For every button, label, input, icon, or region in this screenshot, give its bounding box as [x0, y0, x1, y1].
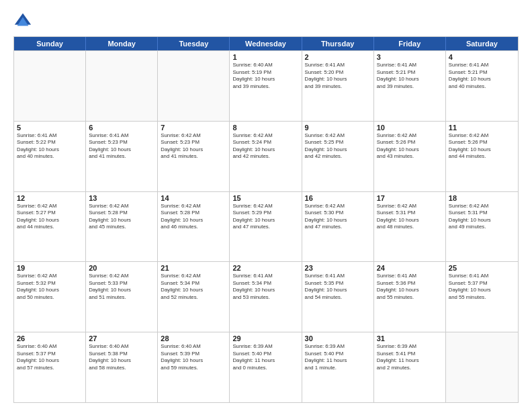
day-cell-13: 13Sunrise: 6:42 AM Sunset: 5:28 PM Dayli…: [86, 192, 158, 262]
calendar-body: 1Sunrise: 6:40 AM Sunset: 5:19 PM Daylig…: [14, 50, 518, 402]
day-cell-25: 25Sunrise: 6:41 AM Sunset: 5:37 PM Dayli…: [446, 262, 518, 332]
week-row-1: 1Sunrise: 6:40 AM Sunset: 5:19 PM Daylig…: [14, 50, 518, 121]
header-day-monday: Monday: [86, 37, 158, 50]
day-info: Sunrise: 6:42 AM Sunset: 5:24 PM Dayligh…: [232, 132, 298, 161]
week-row-5: 26Sunrise: 6:40 AM Sunset: 5:37 PM Dayli…: [14, 332, 518, 402]
day-info: Sunrise: 6:41 AM Sunset: 5:37 PM Dayligh…: [449, 273, 515, 301]
day-number: 7: [161, 124, 226, 132]
day-number: 16: [305, 194, 371, 202]
header-day-wednesday: Wednesday: [230, 37, 302, 50]
day-number: 5: [17, 124, 83, 132]
day-info: Sunrise: 6:41 AM Sunset: 5:21 PM Dayligh…: [377, 62, 443, 90]
day-cell-30: 30Sunrise: 6:39 AM Sunset: 5:40 PM Dayli…: [302, 332, 374, 402]
day-number: 26: [17, 334, 83, 342]
day-number: 1: [232, 53, 298, 61]
header-day-friday: Friday: [374, 37, 446, 50]
day-cell-7: 7Sunrise: 6:42 AM Sunset: 5:23 PM Daylig…: [158, 122, 230, 191]
header-day-sunday: Sunday: [14, 37, 86, 50]
day-info: Sunrise: 6:42 AM Sunset: 5:27 PM Dayligh…: [17, 203, 83, 231]
logo: [13, 12, 35, 31]
day-cell-5: 5Sunrise: 6:41 AM Sunset: 5:22 PM Daylig…: [14, 122, 86, 191]
day-info: Sunrise: 6:42 AM Sunset: 5:31 PM Dayligh…: [449, 203, 515, 231]
day-info: Sunrise: 6:40 AM Sunset: 5:39 PM Dayligh…: [161, 343, 226, 371]
empty-cell: [86, 51, 158, 121]
day-cell-24: 24Sunrise: 6:41 AM Sunset: 5:36 PM Dayli…: [374, 262, 446, 332]
day-number: 8: [232, 124, 298, 132]
header-day-saturday: Saturday: [446, 37, 518, 50]
day-info: Sunrise: 6:41 AM Sunset: 5:36 PM Dayligh…: [377, 273, 443, 301]
logo-icon: [13, 12, 32, 31]
week-row-3: 12Sunrise: 6:42 AM Sunset: 5:27 PM Dayli…: [14, 191, 518, 262]
day-info: Sunrise: 6:41 AM Sunset: 5:35 PM Dayligh…: [305, 273, 371, 301]
day-number: 28: [161, 334, 226, 342]
empty-cell: [158, 51, 230, 121]
day-number: 15: [232, 194, 298, 202]
day-info: Sunrise: 6:41 AM Sunset: 5:23 PM Dayligh…: [89, 132, 154, 161]
day-cell-17: 17Sunrise: 6:42 AM Sunset: 5:31 PM Dayli…: [374, 192, 446, 262]
day-number: 21: [161, 264, 226, 272]
day-info: Sunrise: 6:39 AM Sunset: 5:40 PM Dayligh…: [232, 343, 298, 371]
header-day-tuesday: Tuesday: [158, 37, 230, 50]
day-number: 14: [161, 194, 226, 202]
day-info: Sunrise: 6:40 AM Sunset: 5:37 PM Dayligh…: [17, 343, 83, 371]
day-info: Sunrise: 6:42 AM Sunset: 5:34 PM Dayligh…: [161, 273, 226, 301]
day-number: 23: [305, 264, 371, 272]
day-cell-2: 2Sunrise: 6:41 AM Sunset: 5:20 PM Daylig…: [302, 51, 374, 121]
day-info: Sunrise: 6:42 AM Sunset: 5:32 PM Dayligh…: [17, 273, 83, 301]
day-cell-18: 18Sunrise: 6:42 AM Sunset: 5:31 PM Dayli…: [446, 192, 518, 262]
header: [13, 12, 519, 31]
day-cell-29: 29Sunrise: 6:39 AM Sunset: 5:40 PM Dayli…: [230, 332, 302, 402]
day-number: 29: [232, 334, 298, 342]
day-cell-27: 27Sunrise: 6:40 AM Sunset: 5:38 PM Dayli…: [86, 332, 158, 402]
day-number: 25: [449, 264, 515, 272]
day-number: 9: [305, 124, 371, 132]
day-cell-14: 14Sunrise: 6:42 AM Sunset: 5:28 PM Dayli…: [158, 192, 230, 262]
day-info: Sunrise: 6:41 AM Sunset: 5:21 PM Dayligh…: [449, 62, 515, 90]
calendar-header: SundayMondayTuesdayWednesdayThursdayFrid…: [14, 37, 518, 50]
day-info: Sunrise: 6:42 AM Sunset: 5:31 PM Dayligh…: [377, 203, 443, 231]
day-cell-28: 28Sunrise: 6:40 AM Sunset: 5:39 PM Dayli…: [158, 332, 230, 402]
day-number: 3: [377, 53, 443, 61]
day-info: Sunrise: 6:40 AM Sunset: 5:19 PM Dayligh…: [232, 62, 298, 90]
day-number: 12: [17, 194, 83, 202]
week-row-2: 5Sunrise: 6:41 AM Sunset: 5:22 PM Daylig…: [14, 121, 518, 191]
day-cell-8: 8Sunrise: 6:42 AM Sunset: 5:24 PM Daylig…: [230, 122, 302, 191]
page: SundayMondayTuesdayWednesdayThursdayFrid…: [0, 0, 532, 411]
day-number: 20: [89, 264, 154, 272]
day-number: 13: [89, 194, 154, 202]
header-day-thursday: Thursday: [302, 37, 374, 50]
day-info: Sunrise: 6:41 AM Sunset: 5:20 PM Dayligh…: [305, 62, 371, 90]
day-cell-23: 23Sunrise: 6:41 AM Sunset: 5:35 PM Dayli…: [302, 262, 374, 332]
week-row-4: 19Sunrise: 6:42 AM Sunset: 5:32 PM Dayli…: [14, 261, 518, 332]
day-number: 17: [377, 194, 443, 202]
day-info: Sunrise: 6:41 AM Sunset: 5:34 PM Dayligh…: [232, 273, 298, 301]
day-cell-12: 12Sunrise: 6:42 AM Sunset: 5:27 PM Dayli…: [14, 192, 86, 262]
day-info: Sunrise: 6:42 AM Sunset: 5:28 PM Dayligh…: [161, 203, 226, 231]
empty-cell: [14, 51, 86, 121]
empty-cell: [446, 332, 518, 402]
day-cell-4: 4Sunrise: 6:41 AM Sunset: 5:21 PM Daylig…: [446, 51, 518, 121]
day-info: Sunrise: 6:41 AM Sunset: 5:22 PM Dayligh…: [17, 132, 83, 161]
day-number: 10: [377, 124, 443, 132]
day-cell-31: 31Sunrise: 6:39 AM Sunset: 5:41 PM Dayli…: [374, 332, 446, 402]
day-cell-19: 19Sunrise: 6:42 AM Sunset: 5:32 PM Dayli…: [14, 262, 86, 332]
calendar: SundayMondayTuesdayWednesdayThursdayFrid…: [13, 36, 519, 403]
day-info: Sunrise: 6:42 AM Sunset: 5:28 PM Dayligh…: [89, 203, 154, 231]
day-cell-3: 3Sunrise: 6:41 AM Sunset: 5:21 PM Daylig…: [374, 51, 446, 121]
day-cell-21: 21Sunrise: 6:42 AM Sunset: 5:34 PM Dayli…: [158, 262, 230, 332]
day-number: 2: [305, 53, 371, 61]
day-info: Sunrise: 6:42 AM Sunset: 5:30 PM Dayligh…: [305, 203, 371, 231]
day-info: Sunrise: 6:42 AM Sunset: 5:26 PM Dayligh…: [449, 132, 515, 161]
day-cell-16: 16Sunrise: 6:42 AM Sunset: 5:30 PM Dayli…: [302, 192, 374, 262]
day-info: Sunrise: 6:39 AM Sunset: 5:40 PM Dayligh…: [305, 343, 371, 371]
day-number: 4: [449, 53, 515, 61]
day-cell-11: 11Sunrise: 6:42 AM Sunset: 5:26 PM Dayli…: [446, 122, 518, 191]
day-info: Sunrise: 6:42 AM Sunset: 5:33 PM Dayligh…: [89, 273, 154, 301]
day-info: Sunrise: 6:42 AM Sunset: 5:25 PM Dayligh…: [305, 132, 371, 161]
day-info: Sunrise: 6:42 AM Sunset: 5:23 PM Dayligh…: [161, 132, 226, 161]
day-cell-20: 20Sunrise: 6:42 AM Sunset: 5:33 PM Dayli…: [86, 262, 158, 332]
day-number: 19: [17, 264, 83, 272]
day-cell-10: 10Sunrise: 6:42 AM Sunset: 5:26 PM Dayli…: [374, 122, 446, 191]
day-number: 31: [377, 334, 443, 342]
day-number: 11: [449, 124, 515, 132]
